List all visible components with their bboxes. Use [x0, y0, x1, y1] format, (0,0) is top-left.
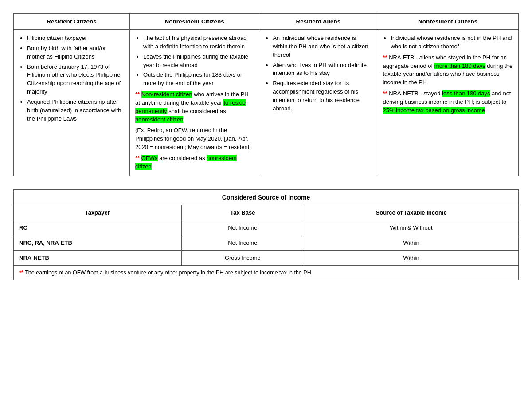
taxpayer-nra-netb: NRA-NETB — [14, 250, 182, 265]
col-taxpayer: Taxpayer — [14, 205, 182, 220]
tax-base-nra-netb: Gross Income — [181, 250, 304, 265]
red-asterisk-2: ** — [135, 155, 141, 161]
source-nra-netb: Within — [304, 250, 519, 265]
nonresident-ofw-note: ** OFWs are considered as nonresident ci… — [135, 154, 254, 171]
col-header-nonresident-citizens-2: Nonresident Citizens — [377, 14, 519, 30]
bottom-table-footer: ** The earnings of an OFW from a busines… — [14, 265, 519, 280]
resident-citizens-list: Filipino citizen taxpayer Born by birth … — [19, 34, 124, 123]
bottom-table-header-row: Taxpayer Tax Base Source of Taxable Inco… — [14, 205, 519, 220]
top-table: Resident Citizens Nonresident Citizens R… — [13, 13, 519, 176]
nonresident-note-1: ** Non-resident citizen who arrives in t… — [135, 90, 254, 124]
col-header-resident-aliens: Resident Aliens — [259, 14, 377, 30]
main-wrapper: Resident Citizens Nonresident Citizens R… — [13, 13, 519, 280]
table-row-rc: RC Net Income Within & Without — [14, 220, 519, 235]
bottom-table-title: Considered Source of Income — [14, 189, 519, 205]
bottom-table-title-row: Considered Source of Income — [14, 189, 519, 205]
highlight-25-percent: 25% income tax based on gross income — [383, 107, 485, 114]
table-row-nrc: NRC, RA, NRA-ETB Net Income Within — [14, 235, 519, 250]
highlight-more-than-180: more than 180 days — [434, 63, 485, 69]
list-item: Acquired Philippine citizenship after bi… — [27, 98, 124, 123]
list-item: The fact of his physical presence abroad… — [143, 34, 254, 51]
highlight-nonresident-citizen-2: nonresident citizen — [135, 116, 183, 123]
taxpayer-nrc: NRC, RA, NRA-ETB — [14, 235, 182, 250]
list-item: Filipino citizen taxpayer — [27, 34, 124, 43]
nonresident-citizens-cell-2: Individual whose residence is not in the… — [377, 30, 519, 176]
col-tax-base: Tax Base — [181, 205, 304, 220]
nra-netb-note: ** NRA-NETB - stayed less than 180 days … — [383, 90, 513, 115]
red-asterisk-1: ** — [135, 91, 141, 98]
col-source: Source of Taxable Income — [304, 205, 519, 220]
nra-etb-note: ** NRA-ETB - aliens who stayed in the PH… — [383, 54, 513, 87]
nonresident-citizens-list: The fact of his physical presence abroad… — [135, 34, 254, 88]
red-asterisk-3: ** — [383, 54, 389, 61]
resident-aliens-cell: An individual whose residence is within … — [259, 30, 377, 176]
list-item: An individual whose residence is within … — [273, 34, 372, 59]
list-item: Requires extended stay for its accomplis… — [273, 79, 372, 113]
resident-aliens-list: An individual whose residence is within … — [265, 34, 372, 113]
col-header-nonresident-citizens-1: Nonresident Citizens — [129, 14, 259, 30]
highlight-ofws: OFWs — [141, 155, 158, 161]
table-row-nra-netb: NRA-NETB Gross Income Within — [14, 250, 519, 265]
tax-base-rc: Net Income — [181, 220, 304, 235]
list-item: Individual whose residence is not in the… — [391, 34, 513, 51]
nonresident-citizens-cell-1: The fact of his physical presence abroad… — [129, 30, 259, 176]
list-item: Born before January 17, 1973 of Filipino… — [27, 63, 124, 96]
nonresident-example: (Ex. Pedro, an OFW, returned in the Phil… — [135, 126, 254, 152]
highlight-reside-permanently: to reside permanently — [135, 99, 246, 114]
source-rc: Within & Without — [304, 220, 519, 235]
footer-text: The earnings of an OFW from a business v… — [25, 270, 311, 276]
bottom-table-footer-row: ** The earnings of an OFW from a busines… — [14, 265, 519, 280]
red-asterisk-footer: ** — [19, 270, 25, 276]
resident-citizens-cell: Filipino citizen taxpayer Born by birth … — [14, 30, 130, 176]
highlight-less-than-180: less than 180 days — [442, 90, 490, 97]
source-nrc: Within — [304, 235, 519, 250]
tax-base-nrc: Net Income — [181, 235, 304, 250]
col-header-resident-citizens: Resident Citizens — [14, 14, 130, 30]
highlight-nonresident-citizen: Non-resident citizen — [141, 91, 192, 98]
list-item: Leaves the Philippines during the taxabl… — [143, 53, 254, 70]
nonresident-aliens-list: Individual whose residence is not in the… — [383, 34, 513, 51]
bottom-table: Considered Source of Income Taxpayer Tax… — [13, 189, 519, 280]
list-item: Alien who lives in PH with no definite i… — [273, 61, 372, 78]
taxpayer-rc: RC — [14, 220, 182, 235]
list-item: Outside the Philippines for 183 days or … — [143, 71, 254, 88]
list-item: Born by birth with father and/or mother … — [27, 44, 124, 61]
red-asterisk-4: ** — [383, 90, 389, 97]
